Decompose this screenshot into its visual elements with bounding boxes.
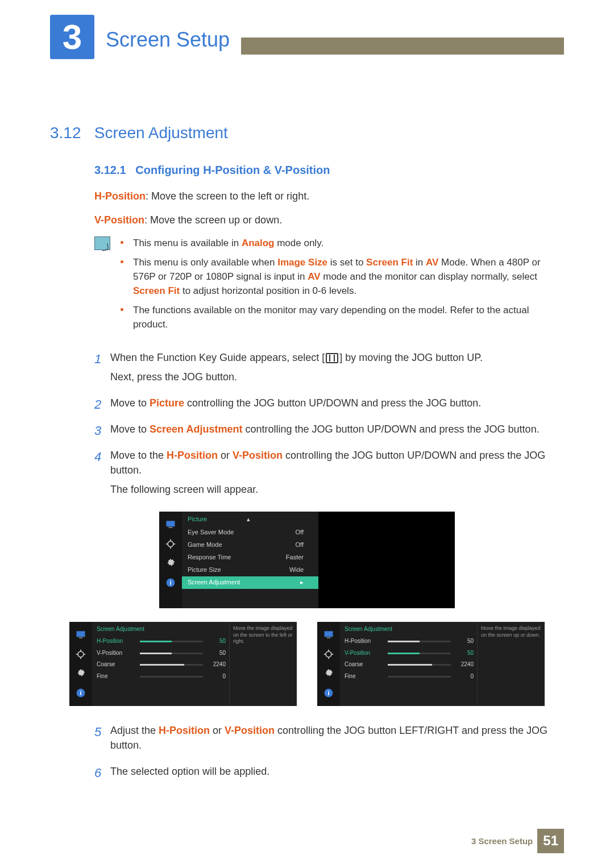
osd-slider-row: Fine0 [340, 671, 477, 683]
osd-panel: Picture▴ Eye Saver ModeOff Game ModeOff … [182, 512, 318, 608]
step-text: The selected option will be applied. [110, 764, 269, 783]
svg-point-13 [326, 651, 331, 657]
monitor-icon [164, 518, 177, 531]
slider-icon [388, 641, 451, 642]
slider-icon [140, 653, 203, 654]
gear-icon [74, 667, 88, 680]
slider-icon [140, 641, 203, 642]
chapter-title: Screen Setup [106, 25, 230, 55]
info-icon: i [164, 576, 177, 589]
osd-list: Screen Adjustment H-Position50 V-Positio… [92, 622, 229, 706]
osd-row: Response TimeFaster [182, 551, 318, 564]
step-text: When the Function Key Guide appears, sel… [110, 350, 483, 389]
osd-sidebar: i [69, 622, 92, 706]
subsection-title: Configuring H-Position & V-Position [135, 164, 330, 176]
crosshair-icon [322, 647, 335, 661]
section-title: Screen Adjustment [94, 124, 228, 142]
osd-adjustment-pair: i Screen Adjustment H-Position50 V-Posit… [50, 622, 564, 706]
note-list: This menu is available in Analog mode on… [121, 236, 564, 338]
step-text: Move to Screen Adjustment controlling th… [110, 422, 540, 441]
subsection-heading: 3.12.1 Configuring H-Position & V-Positi… [94, 162, 564, 178]
osd-screen-adjustment-h: i Screen Adjustment H-Position50 V-Posit… [69, 622, 297, 706]
step-6: 6 The selected option will be applied. [94, 764, 564, 783]
monitor-icon [322, 628, 335, 642]
up-arrow-icon: ▴ [247, 516, 250, 522]
note-item: This menu is only available when Image S… [121, 256, 564, 298]
osd-title: Picture▴ [182, 512, 318, 526]
slider-icon [388, 664, 451, 666]
osd-picture-menu: i Picture▴ Eye Saver ModeOff Game ModeOf… [50, 512, 564, 608]
svg-point-2 [168, 541, 173, 547]
osd-sidebar: i [317, 622, 340, 706]
svg-rect-0 [167, 521, 175, 527]
svg-rect-11 [325, 631, 333, 637]
crosshair-icon [74, 647, 88, 661]
chapter-header: 3 Screen Setup [50, 15, 564, 59]
osd-list: Screen Adjustment H-Position50 V-Positio… [340, 622, 477, 706]
step-text: Move to Picture controlling the JOG butt… [110, 396, 481, 415]
svg-rect-7 [79, 637, 83, 638]
footer-label: 3 Screen Setup [471, 835, 533, 848]
osd-preview [318, 512, 455, 597]
step-text: Move to the H-Position or V-Position con… [110, 448, 564, 501]
osd-title: Screen Adjustment [340, 622, 477, 636]
osd-slider-row-selected: H-Position50 [92, 636, 229, 647]
monitor-icon [74, 628, 88, 642]
slider-icon [140, 664, 203, 666]
osd-slider-row: V-Position50 [92, 647, 229, 659]
osd-help-text: Move the image displayed on the screen t… [229, 622, 297, 706]
note-item: This menu is available in Analog mode on… [121, 236, 564, 251]
svg-rect-12 [327, 637, 331, 638]
note-block: This menu is available in Analog mode on… [94, 236, 564, 338]
step-number: 5 [94, 723, 110, 741]
osd-slider-row-selected: V-Position50 [340, 647, 477, 659]
svg-rect-6 [77, 631, 85, 637]
page-footer: 3 Screen Setup 51 [0, 829, 614, 853]
osd-title: Screen Adjustment [92, 622, 229, 636]
step-3: 3 Move to Screen Adjustment controlling … [94, 422, 564, 441]
svg-text:i: i [80, 689, 81, 696]
step-4: 4 Move to the H-Position or V-Position c… [94, 448, 564, 501]
chapter-number-badge: 3 [50, 15, 94, 59]
svg-text:i: i [327, 689, 329, 696]
svg-text:i: i [169, 579, 171, 586]
step-5: 5 Adjust the H-Position or V-Position co… [94, 723, 564, 757]
osd-slider-row: Coarse2240 [340, 659, 477, 671]
v-position-label: V-Position [94, 214, 144, 226]
menu-icon [326, 353, 338, 363]
osd-screen-adjustment-v: i Screen Adjustment H-Position50 V-Posit… [317, 622, 545, 706]
step-2: 2 Move to Picture controlling the JOG bu… [94, 396, 564, 415]
osd-slider-row: Fine0 [92, 671, 229, 683]
step-number: 2 [94, 396, 110, 414]
svg-point-8 [78, 651, 84, 657]
osd-row: Eye Saver ModeOff [182, 526, 318, 539]
info-icon: i [322, 686, 335, 700]
gear-icon [322, 667, 335, 680]
osd-slider-row: H-Position50 [340, 636, 477, 647]
header-stripe [241, 38, 564, 55]
osd-help-text: Move the image displayed on the screen u… [477, 622, 545, 706]
section-number: 3.12 [50, 124, 81, 142]
osd-row: Game ModeOff [182, 539, 318, 551]
info-icon: i [74, 686, 88, 700]
gear-icon [164, 556, 177, 570]
step-number: 3 [94, 422, 110, 440]
svg-rect-1 [169, 527, 173, 528]
page-number: 51 [537, 829, 564, 853]
step-1: 1 When the Function Key Guide appears, s… [94, 350, 564, 389]
osd-sidebar: i [159, 512, 182, 608]
step-number: 1 [94, 350, 110, 368]
h-position-label: H-Position [94, 190, 146, 202]
osd-row: Picture SizeWide [182, 564, 318, 576]
osd-row-selected: Screen Adjustment▸ [182, 576, 318, 589]
osd-slider-row: Coarse2240 [92, 659, 229, 671]
step-number: 6 [94, 764, 110, 782]
chevron-right-icon: ▸ [300, 578, 304, 587]
slider-icon [388, 653, 451, 654]
slider-icon [140, 676, 203, 678]
crosshair-icon [164, 537, 177, 551]
slider-icon [388, 676, 451, 678]
intro-v: V-Position: Move the screen up or down. [94, 213, 564, 227]
step-number: 4 [94, 448, 110, 466]
section-heading: 3.12 Screen Adjustment [50, 122, 564, 145]
